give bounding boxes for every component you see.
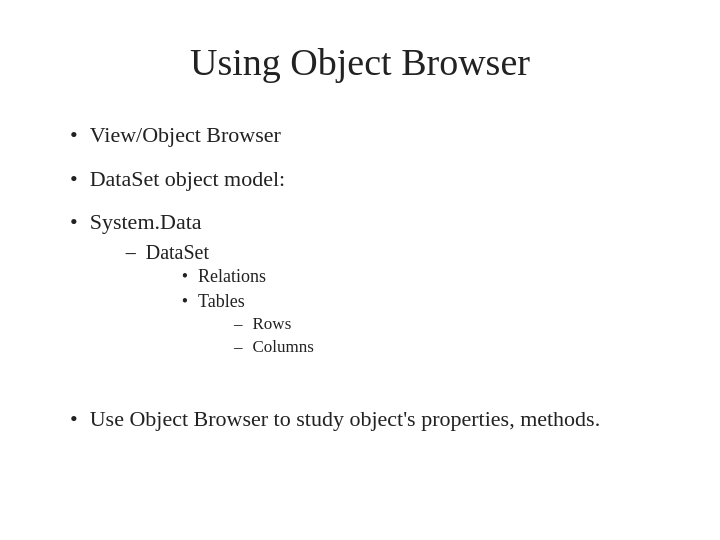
sub-dash-text-rows: Rows — [253, 314, 292, 334]
bullet-marker-last: • — [70, 406, 78, 432]
bullet-text-last: Use Object Browser to study object's pro… — [90, 404, 600, 435]
bullet-marker-2: • — [70, 166, 78, 192]
dash-marker-1: – — [126, 241, 136, 264]
sub-bullet-text-relations: Relations — [198, 266, 266, 287]
sub-list: – DataSet • Relations — [90, 241, 660, 370]
bullet-marker-1: • — [70, 122, 78, 148]
sub-dash-text-columns: Columns — [253, 337, 314, 357]
sub-dash-list: – Rows – Columns — [198, 314, 660, 360]
list-item: – Columns — [234, 337, 660, 357]
sub-bullet-text-tables: Tables — [198, 291, 660, 312]
dash-item-dataset: – DataSet • Relations — [126, 241, 660, 364]
slide: Using Object Browser • View/Object Brows… — [0, 0, 720, 540]
bullet-marker-3: • — [70, 209, 78, 235]
sub-sub-list: • Relations • Tables — [146, 266, 660, 364]
bullet-text-1: View/Object Browser — [90, 120, 281, 150]
list-item: • Relations — [182, 266, 660, 287]
slide-content: • View/Object Browser • DataSet object m… — [60, 120, 660, 500]
bullet-text-2: DataSet object model: — [90, 164, 286, 194]
sub-dash-marker-rows: – — [234, 314, 243, 334]
list-item: • Use Object Browser to study object's p… — [70, 404, 660, 435]
list-item: • Tables – Rows — [182, 291, 660, 360]
list-item: • View/Object Browser — [70, 120, 660, 150]
list-item: • System.Data – DataSet • — [70, 207, 660, 380]
bullet-text-3: System.Data — [90, 207, 660, 237]
sub-bullet-marker-tables: • — [182, 291, 188, 312]
slide-title: Using Object Browser — [60, 40, 660, 84]
list-item: • DataSet object model: — [70, 164, 660, 194]
dash-text-dataset: DataSet — [146, 241, 660, 264]
sub-bullet-marker-relations: • — [182, 266, 188, 287]
sub-dash-marker-columns: – — [234, 337, 243, 357]
list-item: – Rows — [234, 314, 660, 334]
